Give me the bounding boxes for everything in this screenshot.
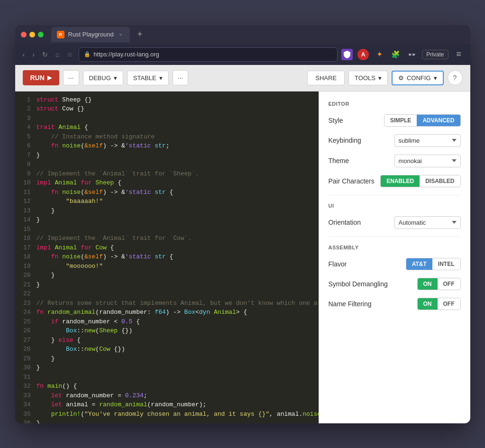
help-button[interactable]: ? bbox=[448, 70, 463, 85]
puzzle-icon[interactable]: 🧩 bbox=[390, 49, 401, 60]
code-line: // Implement the `Animal` trait for `She… bbox=[37, 169, 319, 179]
brave-shield-icon[interactable] bbox=[341, 49, 353, 60]
line-number: 31 bbox=[15, 373, 31, 382]
private-badge: Private bbox=[422, 50, 448, 59]
share-button[interactable]: SHARE bbox=[307, 71, 345, 85]
config-button[interactable]: ⚙ CONFIG ▾ bbox=[392, 71, 444, 85]
maximize-button[interactable] bbox=[38, 32, 44, 37]
code-line: Box::new(Sheep {}) bbox=[37, 326, 319, 336]
code-line bbox=[37, 289, 319, 299]
browser-tab[interactable]: R Rust Playground × bbox=[51, 27, 130, 42]
glasses-icon[interactable]: 👓 bbox=[406, 49, 417, 60]
style-row: Style SIMPLE ADVANCED bbox=[329, 114, 461, 127]
code-area: 1234567891011121314151617181920212223242… bbox=[15, 91, 319, 423]
line-number: 7 bbox=[15, 151, 31, 160]
line-number: 2 bbox=[15, 104, 31, 114]
line-number: 21 bbox=[15, 280, 31, 290]
name-filtering-toggle: ON OFF bbox=[417, 298, 461, 310]
keybinding-row: Keybinding sublime vim emacs bbox=[329, 134, 461, 147]
code-line: } bbox=[37, 151, 319, 160]
extension-icon[interactable]: ✦ bbox=[374, 49, 385, 60]
reload-button[interactable]: ↻ bbox=[40, 49, 50, 60]
style-label: Style bbox=[329, 117, 343, 124]
pair-chars-row: Pair Characters ENABLED DISABLED bbox=[329, 175, 461, 187]
code-line: } bbox=[37, 215, 319, 225]
flavor-att-button[interactable]: AT&T bbox=[406, 258, 432, 270]
bookmark-button[interactable]: ☆ bbox=[65, 49, 75, 60]
assembly-section-title: ASSEMBLY bbox=[329, 245, 461, 250]
stable-button[interactable]: STABLE ▾ bbox=[127, 71, 169, 85]
run-button[interactable]: RUN ▶ bbox=[23, 70, 59, 85]
line-number: 30 bbox=[15, 363, 31, 373]
minimize-button[interactable] bbox=[29, 32, 35, 37]
tools-label: TOOLS bbox=[355, 74, 375, 82]
pair-disabled-button[interactable]: DISABLED bbox=[420, 175, 460, 187]
line-numbers: 1234567891011121314151617181920212223242… bbox=[15, 95, 37, 423]
forward-button[interactable]: › bbox=[30, 49, 37, 60]
code-line: } bbox=[37, 363, 319, 373]
pair-enabled-button[interactable]: ENABLED bbox=[381, 175, 420, 187]
line-number: 27 bbox=[15, 336, 31, 345]
code-line: // Implement the `Animal` trait for `Cow… bbox=[37, 234, 319, 243]
code-line: fn main() { bbox=[37, 382, 319, 391]
symbol-toggle: ON OFF bbox=[417, 278, 461, 290]
url-bar[interactable]: 🔒 https://play.rust-lang.org bbox=[79, 47, 338, 62]
code-line: } bbox=[37, 419, 319, 423]
code-line: fn noise(&self) -> &'static str; bbox=[37, 141, 319, 151]
style-simple-button[interactable]: SIMPLE bbox=[384, 115, 417, 126]
flavor-label: Flavor bbox=[329, 260, 347, 268]
debug-button[interactable]: DEBUG ▾ bbox=[83, 71, 123, 85]
line-number: 17 bbox=[15, 243, 31, 253]
keybinding-label: Keybinding bbox=[329, 137, 361, 144]
orientation-row: Orientation Automatic Horizontal Vertica… bbox=[329, 216, 461, 229]
code-editor[interactable]: 1234567891011121314151617181920212223242… bbox=[15, 91, 319, 423]
back-button[interactable]: ‹ bbox=[21, 49, 27, 60]
orientation-label: Orientation bbox=[329, 219, 361, 226]
stable-chevron: ▾ bbox=[159, 74, 163, 82]
name-on-button[interactable]: ON bbox=[418, 298, 438, 310]
home-button[interactable]: ⌂ bbox=[54, 49, 61, 60]
line-number: 28 bbox=[15, 345, 31, 354]
menu-icon[interactable]: ≡ bbox=[453, 49, 465, 60]
flavor-row: Flavor AT&T INTEL bbox=[329, 258, 461, 270]
tools-button[interactable]: TOOLS ▾ bbox=[348, 71, 388, 85]
orientation-select[interactable]: Automatic Horizontal Vertical bbox=[394, 216, 461, 229]
run-more-button[interactable]: ··· bbox=[63, 70, 79, 85]
code-line: "moooooo!" bbox=[37, 262, 319, 271]
line-number: 19 bbox=[15, 262, 31, 271]
theme-select[interactable]: monokai github tomorrow bbox=[394, 155, 461, 167]
code-line: if random_number < 0.5 { bbox=[37, 317, 319, 327]
new-tab-button[interactable]: + bbox=[134, 29, 146, 39]
name-off-button[interactable]: OFF bbox=[438, 298, 460, 310]
line-number: 22 bbox=[15, 289, 31, 299]
traffic-lights bbox=[21, 32, 44, 37]
more2-button[interactable]: ··· bbox=[173, 70, 189, 85]
style-advanced-button[interactable]: ADVANCED bbox=[417, 115, 460, 126]
config-panel: EDITOR Style SIMPLE ADVANCED Keybinding … bbox=[319, 91, 470, 423]
alexa-icon[interactable]: A bbox=[357, 49, 369, 60]
code-line: } bbox=[37, 271, 319, 280]
code-line: } bbox=[37, 206, 319, 216]
symbol-off-button[interactable]: OFF bbox=[438, 278, 460, 290]
line-number: 36 bbox=[15, 419, 31, 423]
code-line bbox=[37, 114, 319, 123]
close-button[interactable] bbox=[21, 32, 27, 37]
editor-section-title: EDITOR bbox=[329, 101, 461, 107]
titlebar: R Rust Playground × + bbox=[15, 25, 470, 44]
line-number: 29 bbox=[15, 354, 31, 364]
flavor-intel-button[interactable]: INTEL bbox=[432, 258, 460, 270]
line-number: 16 bbox=[15, 234, 31, 243]
browser-window: R Rust Playground × + ‹ › ↻ ⌂ ☆ 🔒 https:… bbox=[15, 25, 470, 423]
toolbar: RUN ▶ ··· DEBUG ▾ STABLE ▾ ··· SHARE TOO… bbox=[15, 65, 470, 91]
line-number: 3 bbox=[15, 114, 31, 123]
line-number: 6 bbox=[15, 141, 31, 151]
symbol-label: Symbol Demangling bbox=[329, 280, 388, 288]
keybinding-select[interactable]: sublime vim emacs bbox=[394, 134, 461, 147]
tab-favicon: R bbox=[57, 31, 64, 38]
code-line: "baaaaah!" bbox=[37, 197, 319, 206]
tab-close-button[interactable]: × bbox=[118, 31, 124, 38]
line-number: 9 bbox=[15, 169, 31, 179]
name-filtering-label: Name Filtering bbox=[329, 300, 372, 308]
code-line: // Instance method signature bbox=[37, 132, 319, 142]
symbol-on-button[interactable]: ON bbox=[418, 278, 438, 290]
